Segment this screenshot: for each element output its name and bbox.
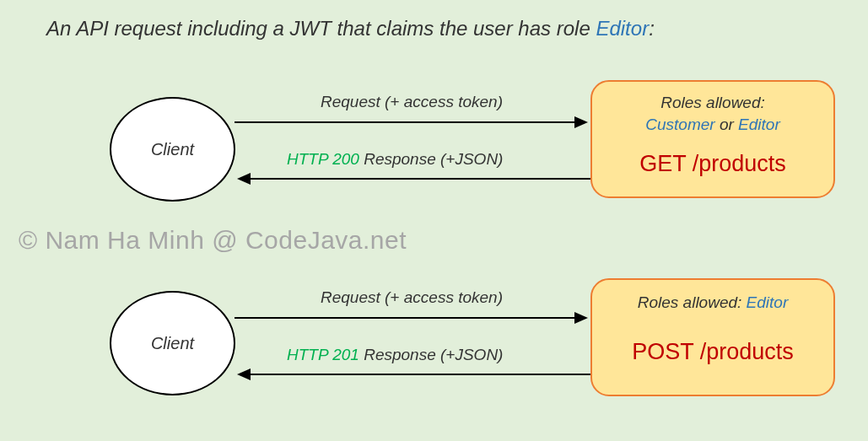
response-label-2: HTTP 201 Response (+JSON) — [287, 346, 503, 364]
response-status-2: HTTP 201 — [287, 346, 359, 363]
role-customer: Customer — [645, 116, 714, 133]
endpoint-box-get: Roles allowed: Customer or Editor GET /p… — [590, 80, 835, 198]
endpoint-box-post: Roles allowed: Editor POST /products — [590, 278, 835, 396]
client-node-2: Client — [110, 291, 235, 395]
request-label-2: Request (+ access token) — [321, 288, 503, 307]
response-suffix-2: Response (+JSON) — [359, 346, 504, 363]
role-editor-2: Editor — [747, 293, 789, 311]
title-suffix: : — [649, 17, 655, 40]
client-label-2: Client — [151, 334, 194, 353]
response-suffix-1: Response (+JSON) — [359, 150, 504, 168]
response-status-1: HTTP 200 — [287, 150, 359, 168]
roles-label-1: Roles allowed: — [660, 94, 765, 111]
roles-allowed-2: Roles allowed: Editor — [592, 293, 833, 312]
watermark-text: © Nam Ha Minh @ CodeJava.net — [19, 226, 407, 255]
response-label-1: HTTP 200 Response (+JSON) — [287, 150, 503, 169]
roles-allowed-1: Roles allowed: — [592, 94, 833, 112]
role-editor-1: Editor — [738, 116, 780, 133]
client-node-1: Client — [110, 97, 235, 202]
endpoint-post: POST /products — [592, 339, 833, 365]
request-label-1: Request (+ access token) — [321, 93, 503, 111]
title-prefix: An API request including a JWT that clai… — [46, 17, 596, 40]
title-role: Editor — [596, 17, 649, 40]
role-or-1: or — [715, 116, 738, 133]
roles-list-1: Customer or Editor — [592, 116, 833, 134]
endpoint-get: GET /products — [592, 151, 833, 177]
roles-label-2: Roles allowed: — [638, 293, 747, 311]
diagram-title: An API request including a JWT that clai… — [46, 17, 655, 40]
client-label-1: Client — [151, 140, 194, 159]
